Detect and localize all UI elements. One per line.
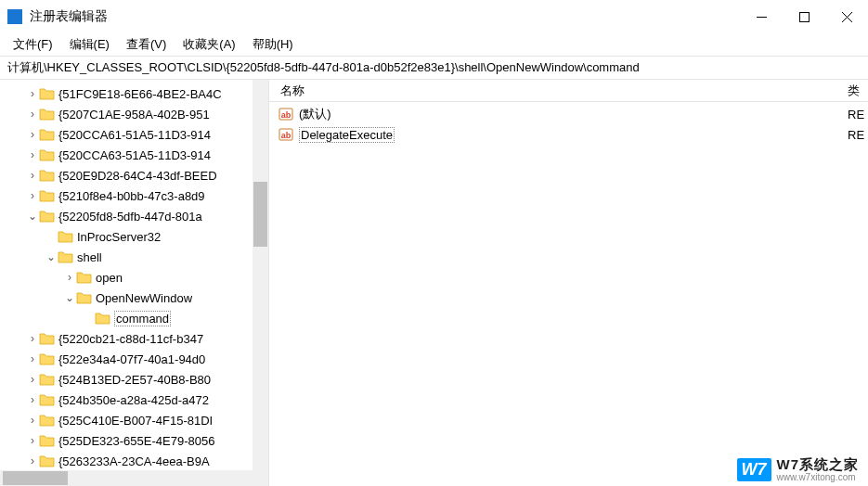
maximize-button[interactable] [783, 0, 825, 33]
scrollbar-thumb[interactable] [253, 182, 267, 247]
tree-node-label: shell [77, 250, 102, 264]
tree-node[interactable]: ›{522e34a4-07f7-40a1-94d0 [0, 349, 268, 369]
chevron-right-icon[interactable]: › [26, 87, 39, 100]
chevron-right-icon[interactable]: › [26, 352, 39, 365]
svg-text:ab: ab [281, 131, 291, 140]
folder-icon [39, 169, 55, 182]
tree-node-label: {52205fd8-5dfb-447d-801a [58, 210, 202, 224]
chevron-down-icon[interactable]: ⌄ [63, 291, 76, 304]
tree-node-label: {520CCA63-51A5-11D3-914 [58, 148, 211, 162]
folder-icon [39, 332, 55, 345]
values-list[interactable]: ab(默认)REabDelegateExecuteRE [269, 102, 868, 486]
address-path: 计算机\HKEY_CLASSES_ROOT\CLSID\{52205fd8-5d… [7, 59, 640, 76]
watermark-logo: W7 [737, 458, 771, 481]
tree-horizontal-scrollbar[interactable] [0, 470, 268, 486]
tree-node[interactable]: ›{525DE323-655E-4E79-8056 [0, 430, 268, 451]
value-row[interactable]: abDelegateExecuteRE [269, 124, 868, 145]
watermark-text: W7系统之家 [777, 457, 860, 473]
tree-node-label: command [114, 311, 171, 326]
chevron-right-icon[interactable]: › [26, 414, 39, 427]
tree-node[interactable]: ›{524B13ED-2E57-40B8-B80 [0, 369, 268, 390]
value-row[interactable]: ab(默认)RE [269, 104, 868, 124]
folder-icon [39, 87, 55, 100]
tree-node[interactable]: ›{5210f8e4-b0bb-47c3-a8d9 [0, 185, 268, 206]
menu-file[interactable]: 文件(F) [6, 34, 60, 55]
tree-node[interactable]: ›open [0, 267, 268, 288]
app-icon [7, 9, 22, 24]
tree-node-label: {524B13ED-2E57-40B8-B80 [58, 373, 211, 387]
menu-help[interactable]: 帮助(H) [245, 34, 301, 55]
folder-icon [76, 271, 92, 284]
chevron-right-icon[interactable]: › [63, 271, 76, 284]
tree-node-label: {520CCA61-51A5-11D3-914 [58, 128, 211, 142]
tree-node-label: {525DE323-655E-4E79-8056 [58, 434, 214, 448]
folder-icon [39, 393, 55, 406]
close-button[interactable] [825, 0, 868, 33]
tree-node-label: OpenNewWindow [96, 291, 192, 305]
tree-node-label: {5207C1AE-958A-402B-951 [58, 108, 210, 122]
chevron-down-icon[interactable]: ⌄ [26, 210, 39, 223]
values-header: 名称 类 [269, 80, 868, 102]
tree-node[interactable]: ›{5220cb21-c88d-11cf-b347 [0, 328, 268, 349]
chevron-right-icon[interactable]: › [26, 454, 39, 467]
tree-node[interactable]: ›{520CCA63-51A5-11D3-914 [0, 145, 268, 165]
content-area: ›{51FC9E18-6E66-4BE2-BA4C›{5207C1AE-958A… [0, 80, 868, 486]
tree-node-label: {5220cb21-c88d-11cf-b347 [58, 332, 203, 346]
values-panel: 名称 类 ab(默认)REabDelegateExecuteRE [269, 80, 868, 486]
folder-icon [39, 210, 55, 223]
tree-vertical-scrollbar[interactable] [253, 80, 268, 470]
menu-bar: 文件(F) 编辑(E) 查看(V) 收藏夹(A) 帮助(H) [0, 33, 868, 56]
tree-node[interactable]: ⌄shell [0, 247, 268, 267]
tree-node[interactable]: ›{51FC9E18-6E66-4BE2-BA4C [0, 83, 268, 104]
tree-node[interactable]: ›{5207C1AE-958A-402B-951 [0, 104, 268, 124]
menu-view[interactable]: 查看(V) [119, 34, 174, 55]
watermark: W7 W7系统之家 www.w7xitong.com [737, 457, 860, 483]
address-bar[interactable]: 计算机\HKEY_CLASSES_ROOT\CLSID\{52205fd8-5d… [0, 56, 868, 80]
folder-icon [39, 189, 55, 202]
value-name: DelegateExecute [299, 128, 848, 142]
tree-node[interactable]: ›{525C410E-B007-4F15-81DI [0, 410, 268, 430]
folder-icon [39, 352, 55, 365]
tree-node[interactable]: command [0, 308, 268, 328]
chevron-right-icon[interactable]: › [26, 148, 39, 161]
tree-node[interactable]: ›{520E9D28-64C4-43df-BEED [0, 165, 268, 185]
tree-node-label: {5210f8e4-b0bb-47c3-a8d9 [58, 189, 205, 203]
watermark-url: www.w7xitong.com [777, 472, 856, 482]
tree-node[interactable]: ›{5263233A-23CA-4eea-B9A [0, 451, 268, 470]
chevron-right-icon[interactable]: › [26, 434, 39, 447]
folder-icon [39, 148, 55, 161]
chevron-right-icon[interactable]: › [26, 189, 39, 202]
value-type: RE [848, 128, 868, 142]
chevron-right-icon[interactable]: › [26, 108, 39, 121]
tree-node[interactable]: ›{520CCA61-51A5-11D3-914 [0, 124, 268, 145]
tree-node[interactable]: ⌄{52205fd8-5dfb-447d-801a [0, 206, 268, 226]
tree-panel: ›{51FC9E18-6E66-4BE2-BA4C›{5207C1AE-958A… [0, 80, 269, 486]
chevron-down-icon[interactable]: ⌄ [45, 250, 58, 263]
chevron-right-icon[interactable]: › [26, 169, 39, 182]
folder-icon [95, 312, 110, 325]
svg-text:ab: ab [281, 110, 291, 120]
window-title: 注册表编辑器 [30, 8, 108, 25]
folder-icon [58, 230, 73, 243]
tree-node-label: {524b350e-a28a-425d-a472 [58, 393, 209, 407]
menu-edit[interactable]: 编辑(E) [62, 34, 117, 55]
scrollbar-thumb[interactable] [3, 471, 68, 485]
menu-favorites[interactable]: 收藏夹(A) [175, 34, 242, 55]
chevron-right-icon[interactable]: › [26, 373, 39, 386]
minimize-button[interactable] [740, 0, 783, 33]
column-header-name[interactable]: 名称 [269, 83, 848, 99]
tree-node-label: {5263233A-23CA-4eea-B9A [58, 454, 210, 468]
tree-node-label: {51FC9E18-6E66-4BE2-BA4C [58, 87, 222, 101]
string-value-icon: ab [279, 127, 293, 142]
tree-node[interactable]: ⌄OpenNewWindow [0, 288, 268, 308]
chevron-right-icon[interactable]: › [26, 393, 39, 406]
folder-icon [39, 454, 55, 467]
tree-node[interactable]: InProcServer32 [0, 226, 268, 247]
chevron-right-icon[interactable]: › [26, 128, 39, 141]
tree-node-label: {525C410E-B007-4F15-81DI [58, 414, 213, 428]
tree-view[interactable]: ›{51FC9E18-6E66-4BE2-BA4C›{5207C1AE-958A… [0, 80, 268, 470]
tree-node[interactable]: ›{524b350e-a28a-425d-a472 [0, 390, 268, 410]
tree-node-label: {520E9D28-64C4-43df-BEED [58, 169, 217, 183]
chevron-right-icon[interactable]: › [26, 332, 39, 345]
column-header-type[interactable]: 类 [848, 83, 868, 99]
